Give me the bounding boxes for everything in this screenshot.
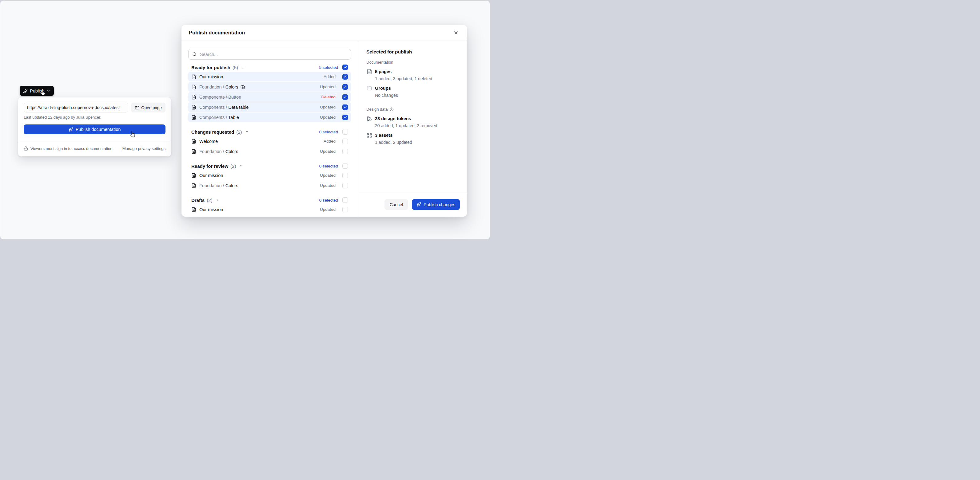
row-checkbox[interactable] [342, 149, 348, 154]
row-checkbox[interactable] [342, 173, 348, 178]
section-checkbox[interactable] [342, 129, 348, 135]
search-input[interactable] [200, 52, 347, 57]
file-text-icon [191, 74, 196, 79]
status-badge: Added [324, 139, 336, 144]
row-checkbox[interactable] [342, 115, 348, 120]
section-toggle[interactable]: Drafts (2) [191, 198, 219, 203]
section-checkbox[interactable] [342, 65, 348, 70]
chevron-down-icon [47, 89, 50, 92]
file-text-icon [191, 173, 196, 178]
page-title: Welcome [199, 139, 320, 144]
open-page-button[interactable]: Open page [131, 103, 165, 112]
summary-item-detail: 1 added, 2 updated [375, 140, 460, 145]
row-checkbox[interactable] [342, 183, 348, 189]
page-title: Foundation / Colors [199, 149, 317, 154]
file-text-icon [191, 105, 196, 110]
summary-item-detail: 20 added, 1 updated, 2 removed [375, 123, 460, 128]
file-text-icon [191, 149, 196, 154]
publish-trigger-button[interactable]: Publish [20, 86, 54, 96]
section-checkbox[interactable] [342, 197, 348, 203]
status-badge: Updated [320, 173, 336, 177]
status-badge: Updated [320, 84, 336, 89]
page-row[interactable]: Foundation / Colors Updated [188, 147, 351, 156]
manage-privacy-link[interactable]: Manage privacy settings [123, 146, 165, 151]
search-box[interactable] [188, 49, 351, 60]
row-checkbox[interactable] [342, 94, 348, 100]
rocket-icon [68, 127, 73, 132]
summary-group-label: Design data [366, 107, 388, 112]
row-checkbox[interactable] [342, 139, 348, 144]
section-count: (2) [207, 198, 212, 203]
cancel-button[interactable]: Cancel [385, 199, 409, 210]
doc-url-field[interactable]: https://afraid-slug-blush.supernova-docs… [24, 103, 128, 112]
row-checkbox[interactable] [342, 105, 348, 110]
close-button[interactable] [452, 29, 460, 37]
section-header: Changes requested (2) 0 selected [188, 129, 351, 135]
status-badge: Updated [320, 207, 336, 212]
page-row[interactable]: Foundation / Colors Updated [188, 181, 351, 190]
status-badge: Deleted [321, 95, 336, 99]
page-section: Drafts (2) 0 selected Our mission Update… [188, 197, 351, 214]
info-icon[interactable] [390, 107, 394, 112]
row-checkbox[interactable] [342, 74, 348, 79]
summary-item: 23 design tokens 20 added, 1 updated, 2 … [366, 116, 460, 128]
page-row[interactable]: Our mission Added [188, 72, 351, 81]
modal-title: Publish documentation [189, 30, 452, 36]
page-row[interactable]: Components / Button Deleted [188, 92, 351, 102]
summary-pane: Selected for publish Documentation 5 pag… [359, 41, 467, 217]
section-selected-count: 0 selected [319, 130, 338, 134]
caret-down-icon [239, 66, 245, 69]
page-row[interactable]: Welcome Added [188, 136, 351, 146]
status-badge: Updated [320, 115, 336, 120]
caret-down-icon [237, 165, 242, 168]
status-badge: Updated [320, 183, 336, 188]
file-text-icon [191, 183, 196, 188]
section-toggle[interactable]: Ready for review (2) [191, 163, 242, 169]
section-count: (5) [232, 65, 238, 70]
file-text-icon [191, 115, 196, 120]
section-toggle[interactable]: Ready for publish (5) [191, 65, 245, 70]
publish-documentation-button[interactable]: Publish documentation [24, 124, 165, 134]
summary-item: 3 assets 1 added, 2 updated [366, 132, 460, 145]
search-icon [192, 52, 197, 57]
summary-item-title: 5 pages [375, 69, 391, 74]
folder-icon [366, 85, 372, 91]
close-icon [453, 30, 459, 35]
rocket-icon [23, 89, 28, 93]
lock-icon [24, 146, 28, 150]
page-row[interactable]: Components / Table Updated [188, 112, 351, 122]
page-section: Changes requested (2) 0 selected Welcome… [188, 129, 351, 156]
tokens-icon [366, 116, 372, 122]
section-selected-count: 0 selected [319, 164, 338, 168]
section-label: Ready for publish [191, 65, 231, 70]
row-checkbox[interactable] [342, 207, 348, 212]
open-page-label: Open page [141, 105, 162, 110]
summary-item-detail: 1 added, 3 updated, 1 deleted [375, 76, 460, 81]
rocket-icon [417, 202, 421, 207]
summary-item-title: 3 assets [375, 133, 393, 138]
status-badge: Added [324, 74, 336, 79]
section-checkbox[interactable] [342, 163, 348, 169]
summary-item-title: 23 design tokens [375, 116, 411, 121]
pages-list-pane: Ready for publish (5) 5 selected Our mis… [181, 41, 359, 217]
page-row[interactable]: Components / Data table Updated [188, 102, 351, 112]
modal-header: Publish documentation [181, 25, 467, 41]
last-updated-text: Last updated 12 days ago by Julia Spence… [24, 115, 165, 120]
page-title: Our mission [199, 74, 320, 79]
caret-down-icon [214, 198, 219, 201]
publish-changes-button[interactable]: Publish changes [412, 199, 460, 210]
page-row[interactable]: Our mission Updated [188, 205, 351, 214]
section-header: Ready for review (2) 0 selected [188, 163, 351, 169]
page-row[interactable]: Foundation / Colors Updated [188, 82, 351, 92]
page-title: Our mission [199, 207, 317, 212]
page-row[interactable]: Our mission Updated [188, 171, 351, 180]
section-header: Ready for publish (5) 5 selected [188, 64, 351, 70]
row-checkbox[interactable] [342, 84, 348, 90]
summary-item-title: Groups [375, 86, 391, 91]
external-link-icon [135, 105, 139, 110]
status-badge: Updated [320, 149, 336, 154]
section-toggle[interactable]: Changes requested (2) [191, 129, 248, 135]
file-text-icon [191, 84, 196, 89]
publish-popover: https://afraid-slug-blush.supernova-docs… [18, 97, 171, 157]
file-icon [366, 68, 372, 74]
